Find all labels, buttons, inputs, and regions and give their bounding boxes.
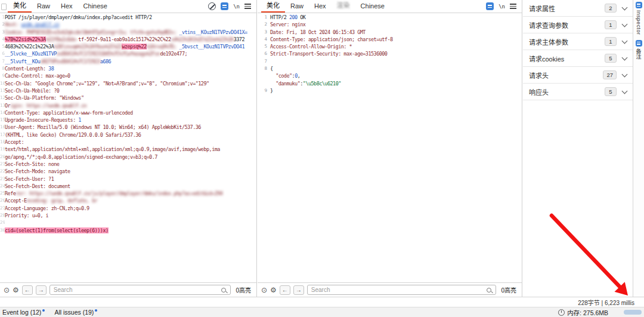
code-line: 22Sec-Fetch-Mode: navigate	[0, 168, 256, 175]
request-highlight-count: 0高亮	[236, 285, 251, 294]
inspector-section-request-cookies[interactable]: 请求cookies5	[523, 50, 633, 67]
inspector-section-response-headers[interactable]: 响应头5	[523, 84, 633, 100]
code-line: 9}	[258, 87, 522, 94]
count-badge: 5	[605, 54, 617, 63]
search-next-button[interactable]: →	[36, 285, 47, 295]
magnifier-icon	[221, 288, 226, 293]
code-line: 28Priority: u=0, i	[0, 212, 256, 219]
code-line: 30cid=(select(1)from(select(sleep(6)))x)	[0, 227, 256, 234]
code-line: 11Sec-Ch-Ua-Mobile: ?0	[0, 87, 256, 94]
code-line: 20ge/apng,*/*;q=0.8,application/signed-e…	[0, 153, 256, 161]
status-strip: 228字节 | 6,223 millis	[0, 297, 644, 307]
line-number: 18	[0, 139, 5, 146]
line-number: 7	[0, 58, 5, 65]
code-text: }	[270, 88, 273, 94]
line-number: 14	[0, 109, 5, 116]
code-text: ,	[298, 73, 301, 79]
event-log-button[interactable]: Event log (12)	[2, 309, 45, 316]
code-text: 200	[289, 14, 298, 20]
code-text: Upgrade-Insecure-Requests:	[5, 117, 76, 123]
search-prev-button[interactable]: ←	[22, 285, 33, 295]
line-number: 29	[0, 219, 5, 226]
code-text: text/html,application/xhtml+xml,applicat…	[5, 146, 220, 152]
code-text: Sec-Ch-Ua-Mobile: ?0	[5, 88, 59, 94]
panel-menu-icon[interactable]	[244, 4, 251, 9]
request-search-input[interactable]	[49, 285, 231, 295]
format-icon[interactable]	[221, 2, 228, 10]
match-options-icon[interactable]: ⊙	[4, 287, 10, 294]
newline-toggle-icon[interactable]: \n	[233, 4, 240, 10]
code-line: 19text/html,application/xhtml+xml,applic…	[0, 146, 256, 153]
tab-Chinese[interactable]: Chinese	[355, 1, 390, 13]
code-text: Strict-Transport-Security: max-age=31536…	[270, 51, 387, 57]
code-text: Cache-Control: max-age=0	[5, 73, 70, 79]
match-options-icon[interactable]: ⊙	[261, 287, 267, 294]
tab-Chinese[interactable]: Chinese	[78, 1, 113, 13]
code-line: 17(KHTML, like Gecko) Chrome/129.0.0.0 S…	[0, 131, 256, 139]
response-search-input[interactable]	[307, 285, 497, 295]
chevron-down-icon	[622, 21, 628, 27]
line-number: 30	[0, 227, 5, 234]
notification-dot	[42, 309, 45, 312]
inspector-section-request-query-parameters[interactable]: 请求查询参数1	[523, 17, 633, 33]
side-tab-inspector[interactable]: Inspector	[636, 2, 642, 35]
code-line: 13Origin: https://wxdm.qxwblf.cn	[0, 102, 256, 109]
code-text: Sec-Fetch-Mode: navigate	[5, 168, 70, 174]
search-settings-gear-icon[interactable]: ⚙	[270, 287, 277, 294]
search-next-button[interactable]: →	[293, 285, 304, 295]
code-text: Date: Fri, 18 Oct 2024 06:15:43 GMT	[270, 29, 366, 35]
inspector-section-request-attributes[interactable]: 请求属性2	[523, 0, 633, 17]
code-text: {	[270, 66, 273, 72]
line-number: 5	[258, 43, 270, 50]
format-icon[interactable]	[486, 2, 494, 10]
line-number: 20	[0, 153, 5, 161]
redacted-text: rer: https://wxdm.qxwblf.cn/js/player/dm…	[16, 190, 222, 196]
line-number: 3	[258, 29, 270, 36]
code-line: 2Host: wxdm.qxwblf.cn	[0, 21, 256, 28]
request-editor[interactable]: 1POST /js/player/dmplayer/dmku/index.php…	[0, 13, 256, 282]
code-line: 23Sec-Fetch-User: ?1	[0, 176, 256, 183]
tab-美化[interactable]: 美化	[8, 0, 32, 13]
block-intercept-icon[interactable]	[208, 2, 216, 10]
line-number: 8	[0, 65, 5, 72]
code-line: 4Content-Type: application/json; charset…	[258, 36, 522, 43]
highlighted-text: wzepsq%22	[122, 44, 146, 50]
code-text: "code"	[270, 73, 292, 79]
search-prev-button[interactable]: ←	[280, 285, 290, 295]
redacted-text: %20lzsuqm%22%3Afbuo%2C%22	[54, 44, 122, 50]
newline-toggle-icon[interactable]: \n	[499, 4, 505, 10]
code-text: Refe	[5, 190, 16, 196]
tab-Hex[interactable]: Hex	[309, 1, 332, 13]
inspector-section-request-headers[interactable]: 请求头27	[523, 67, 633, 84]
side-tab-notes[interactable]: 备注	[635, 40, 643, 60]
tab-渲染[interactable]: 渲染	[332, 0, 355, 13]
code-line: 9Cache-Control: max-age=0	[0, 72, 256, 79]
code-line: 26Accept-Encoding: gzip, deflate, br	[0, 197, 256, 204]
response-editor[interactable]: 1HTTP/2 200 OK2Server: nginx3Date: Fri, …	[258, 13, 522, 282]
tab-Raw[interactable]: Raw	[32, 1, 55, 13]
tab-Hex[interactable]: Hex	[55, 1, 78, 13]
line-number: 25	[0, 190, 5, 197]
redacted-text: vd%22%3A1%2C%22on%22%3A	[171, 36, 234, 42]
code-text: Server: nginx	[270, 21, 305, 27]
memory-bar	[624, 310, 642, 315]
inspector-panel-icon	[636, 2, 642, 8]
response-tabs: 美化RawHex渲染Chinese	[261, 0, 390, 13]
code-line: 27Accept-Language: zh-CN,zh;q=0.9	[0, 205, 256, 212]
inspector-section-request-body-parameters[interactable]: 请求主体参数1	[523, 33, 633, 50]
code-text: (KHTML, like Gecko) Chrome/129.0.0.0 Saf…	[5, 132, 141, 138]
search-settings-gear-icon[interactable]: ⚙	[13, 287, 19, 294]
line-number: 15	[0, 116, 5, 124]
response-panel: 美化RawHex渲染Chinese \n 1HTTP/2 200 OK2Serv…	[258, 0, 522, 297]
tab-Raw[interactable]: Raw	[285, 1, 309, 13]
panel-menu-icon[interactable]	[510, 4, 516, 9]
tab-美化[interactable]: 美化	[261, 0, 285, 13]
repeater-window: 美化RawHexChinese \n 1POST /js/player/dmpl…	[0, 0, 644, 317]
all-issues-button[interactable]: All issues (19)	[54, 309, 97, 316]
line-number: 6	[0, 50, 5, 57]
count-badge: 27	[603, 70, 617, 79]
line-number: 27	[0, 205, 5, 212]
line-number: 11	[0, 87, 5, 94]
code-line: 4%7B%22sid%22%3A%22f8a2c6de-tf-592f-9a11…	[0, 36, 256, 43]
chevron-down-icon	[622, 4, 628, 10]
